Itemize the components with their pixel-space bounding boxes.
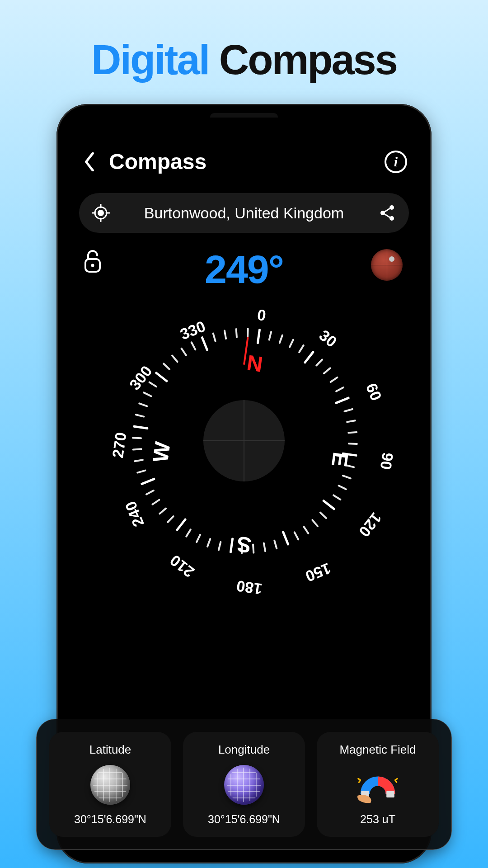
- globe-purple-icon: [222, 763, 266, 807]
- compass-cardinal-w: W: [148, 440, 175, 464]
- magnet-icon: [356, 763, 399, 807]
- level-bubble: [389, 256, 394, 262]
- longitude-card[interactable]: Longitude 30°15'6.699"N: [183, 732, 305, 837]
- compass-cardinal-e: E: [327, 451, 353, 468]
- compass[interactable]: 0306090120150180210240270300330NESW: [99, 296, 389, 585]
- compass-degree-label: 210: [167, 551, 198, 581]
- svg-line-9: [385, 208, 390, 212]
- compass-degree-label: 180: [235, 577, 263, 598]
- svg-point-12: [91, 264, 94, 267]
- info-icon: i: [394, 154, 398, 170]
- promo-word-1: Digital: [91, 37, 209, 83]
- compass-degree-label: 90: [377, 452, 397, 471]
- chevron-left-icon: [84, 152, 96, 171]
- latitude-value: 30°15'6.699"N: [74, 813, 146, 826]
- svg-line-10: [385, 214, 390, 218]
- promo-word-2: Compass: [219, 37, 397, 83]
- longitude-label: Longitude: [218, 743, 270, 757]
- info-panel: Latitude 30°15'6.699"N Longitude 30°15'6…: [36, 719, 452, 850]
- compass-cardinal-n: N: [245, 350, 264, 377]
- promo-headline: Digital Compass: [0, 0, 488, 84]
- latitude-label: Latitude: [89, 743, 131, 757]
- compass-cardinal-s: S: [235, 531, 253, 558]
- compass-degree-label: 240: [122, 499, 147, 529]
- compass-hub: [203, 400, 285, 481]
- svg-rect-14: [386, 791, 394, 797]
- svg-point-8: [389, 216, 394, 221]
- compass-degree-label: 150: [303, 559, 333, 585]
- location-pill[interactable]: Burtonwood, United Kingdom: [79, 193, 409, 233]
- svg-point-6: [389, 205, 394, 210]
- magnetic-value: 253 uT: [360, 813, 395, 826]
- compass-degree-label: 300: [126, 363, 156, 394]
- unlock-icon: [83, 249, 103, 274]
- compass-degree-label: 60: [362, 381, 385, 403]
- magnetic-label: Magnetic Field: [339, 743, 416, 757]
- location-text: Burtonwood, United Kingdom: [110, 204, 378, 222]
- lock-button[interactable]: [83, 249, 103, 275]
- longitude-value: 30°15'6.699"N: [208, 813, 280, 826]
- svg-point-0: [98, 210, 104, 216]
- magnetic-card[interactable]: Magnetic Field 253 uT: [317, 732, 439, 837]
- globe-gray-icon: [89, 763, 132, 807]
- app-header: Compass i: [67, 118, 421, 184]
- level-indicator[interactable]: [371, 249, 403, 281]
- back-button[interactable]: [81, 153, 99, 171]
- share-icon: [378, 204, 396, 222]
- compass-degree-label: 120: [355, 509, 385, 540]
- compass-degree-label: 0: [256, 306, 267, 325]
- info-button[interactable]: i: [385, 151, 407, 173]
- page-title: Compass: [109, 149, 385, 174]
- gps-icon: [92, 204, 110, 222]
- share-button[interactable]: [378, 204, 396, 222]
- latitude-card[interactable]: Latitude 30°15'6.699"N: [49, 732, 171, 837]
- compass-degree-label: 30: [316, 326, 340, 351]
- compass-degree-label: 270: [109, 431, 130, 459]
